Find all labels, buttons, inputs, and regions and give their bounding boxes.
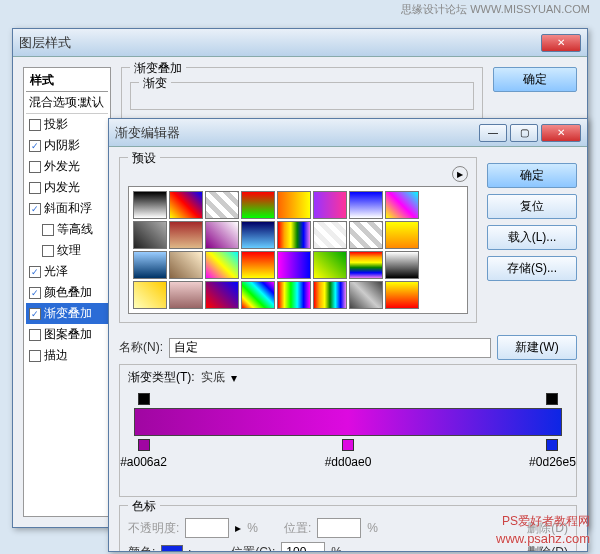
preset-swatch[interactable] [205, 221, 239, 249]
preset-swatch[interactable] [385, 281, 419, 309]
preset-swatch[interactable] [133, 191, 167, 219]
preset-swatch[interactable] [205, 251, 239, 279]
dropdown-icon: ▸ [235, 521, 241, 535]
style-label: 渐变叠加 [44, 305, 92, 322]
checkbox[interactable] [29, 119, 41, 131]
close-icon[interactable]: ✕ [541, 124, 581, 142]
preset-swatch[interactable] [169, 221, 203, 249]
style-item[interactable]: ✓光泽 [26, 261, 108, 282]
load-button[interactable]: 载入(L)... [487, 225, 577, 250]
save-button[interactable]: 存储(S)... [487, 256, 577, 281]
preset-swatch[interactable] [385, 221, 419, 249]
new-button[interactable]: 新建(W) [497, 335, 577, 360]
preset-swatch[interactable] [241, 221, 275, 249]
color-label: 颜色: [128, 544, 155, 552]
checkbox[interactable]: ✓ [29, 308, 41, 320]
reset-button[interactable]: 复位 [487, 194, 577, 219]
checkbox[interactable] [42, 224, 54, 236]
presets-label: 预设 [128, 150, 160, 167]
opacity-stop-left[interactable] [138, 393, 150, 405]
preset-swatch[interactable] [385, 251, 419, 279]
gradient-type-group: 渐变类型(T): 实底 ▾ #a006a2#dd0ae0#0d26e5 [119, 364, 577, 497]
style-label: 图案叠加 [44, 326, 92, 343]
preset-swatch[interactable] [277, 281, 311, 309]
color-stop[interactable] [138, 439, 150, 451]
checkbox[interactable]: ✓ [29, 203, 41, 215]
name-label: 名称(N): [119, 339, 163, 356]
presets-group: 预设 ▶ [119, 157, 477, 323]
style-label: 内发光 [44, 179, 80, 196]
preset-swatch[interactable] [277, 251, 311, 279]
checkbox[interactable] [29, 329, 41, 341]
preset-swatch[interactable] [277, 221, 311, 249]
style-label: 外发光 [44, 158, 80, 175]
preset-swatch[interactable] [133, 251, 167, 279]
ok-button[interactable]: 确定 [487, 163, 577, 188]
opacity-stop-right[interactable] [546, 393, 558, 405]
style-item[interactable]: 纹理 [26, 240, 108, 261]
style-item[interactable]: 等高线 [26, 219, 108, 240]
style-item[interactable]: ✓颜色叠加 [26, 282, 108, 303]
preset-swatch[interactable] [169, 281, 203, 309]
preset-swatch[interactable] [205, 191, 239, 219]
preset-swatch[interactable] [349, 251, 383, 279]
preset-swatch[interactable] [349, 281, 383, 309]
checkbox[interactable]: ✓ [29, 140, 41, 152]
checkbox[interactable]: ✓ [29, 287, 41, 299]
checkbox[interactable] [29, 350, 41, 362]
preset-swatch[interactable] [133, 281, 167, 309]
checkbox[interactable]: ✓ [29, 266, 41, 278]
type-value: 实底 [201, 369, 225, 386]
ok-button[interactable]: 确定 [493, 67, 577, 92]
layer-style-titlebar[interactable]: 图层样式 ✕ [13, 29, 587, 57]
gradient-editor-title: 渐变编辑器 [115, 124, 476, 142]
style-item[interactable]: 描边 [26, 345, 108, 366]
preset-swatch[interactable] [349, 191, 383, 219]
hex-label: #0d26e5 [529, 455, 576, 469]
style-item[interactable]: 图案叠加 [26, 324, 108, 345]
gradient-editor-titlebar[interactable]: 渐变编辑器 — ▢ ✕ [109, 119, 587, 147]
preset-swatch[interactable] [313, 221, 347, 249]
style-item[interactable]: 投影 [26, 114, 108, 135]
color-stop[interactable] [546, 439, 558, 451]
color-stop[interactable] [342, 439, 354, 451]
preset-swatch[interactable] [349, 221, 383, 249]
color-stops-label: 色标 [128, 498, 160, 515]
preset-swatch[interactable] [385, 191, 419, 219]
pct-label: % [331, 545, 342, 551]
blend-options[interactable]: 混合选项:默认 [26, 92, 108, 114]
preset-swatch[interactable] [277, 191, 311, 219]
position-c-input[interactable] [281, 542, 325, 551]
style-item[interactable]: ✓斜面和浮 [26, 198, 108, 219]
gradient-editor-window: 渐变编辑器 — ▢ ✕ 预设 ▶ 确定 复位 载入(L)... 存储(S)...… [108, 118, 588, 552]
minimize-icon[interactable]: — [479, 124, 507, 142]
maximize-icon[interactable]: ▢ [510, 124, 538, 142]
dropdown-icon[interactable]: ▾ [231, 371, 237, 385]
preset-swatch[interactable] [133, 221, 167, 249]
preset-swatch[interactable] [169, 191, 203, 219]
checkbox[interactable] [29, 182, 41, 194]
preset-swatch[interactable] [205, 281, 239, 309]
dropdown-icon[interactable]: ▸ [189, 545, 195, 551]
preset-swatch[interactable] [313, 281, 347, 309]
preset-swatch[interactable] [169, 251, 203, 279]
styles-header[interactable]: 样式 [26, 70, 108, 92]
gradient-bar[interactable]: #a006a2#dd0ae0#0d26e5 [134, 408, 562, 436]
hex-label: #dd0ae0 [325, 455, 372, 469]
preset-swatch[interactable] [241, 281, 275, 309]
preset-swatch[interactable] [313, 251, 347, 279]
color-swatch[interactable] [161, 545, 183, 551]
style-item[interactable]: ✓内阴影 [26, 135, 108, 156]
presets-menu-icon[interactable]: ▶ [452, 166, 468, 182]
close-icon[interactable]: ✕ [541, 34, 581, 52]
style-label: 等高线 [57, 221, 93, 238]
style-item[interactable]: 内发光 [26, 177, 108, 198]
checkbox[interactable] [42, 245, 54, 257]
name-input[interactable] [169, 338, 491, 358]
style-item[interactable]: 外发光 [26, 156, 108, 177]
checkbox[interactable] [29, 161, 41, 173]
preset-swatch[interactable] [241, 251, 275, 279]
preset-swatch[interactable] [241, 191, 275, 219]
preset-swatch[interactable] [313, 191, 347, 219]
style-item[interactable]: ✓渐变叠加 [26, 303, 108, 324]
